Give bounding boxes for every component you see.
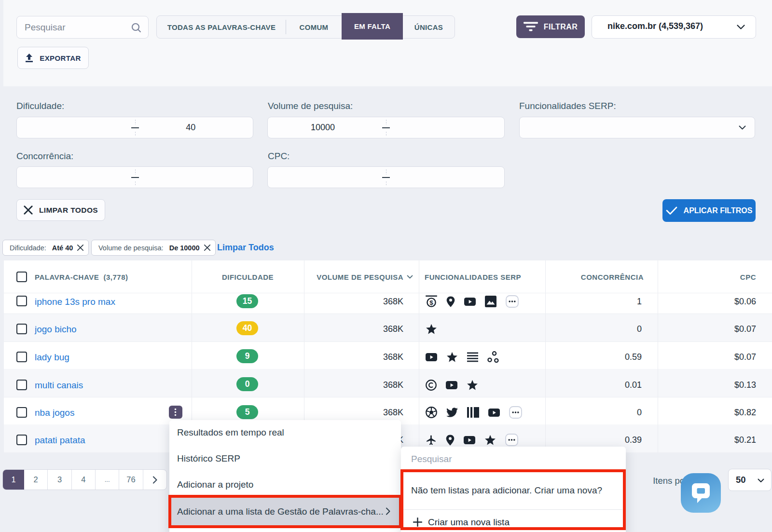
svg-text:$: $ xyxy=(429,299,433,306)
